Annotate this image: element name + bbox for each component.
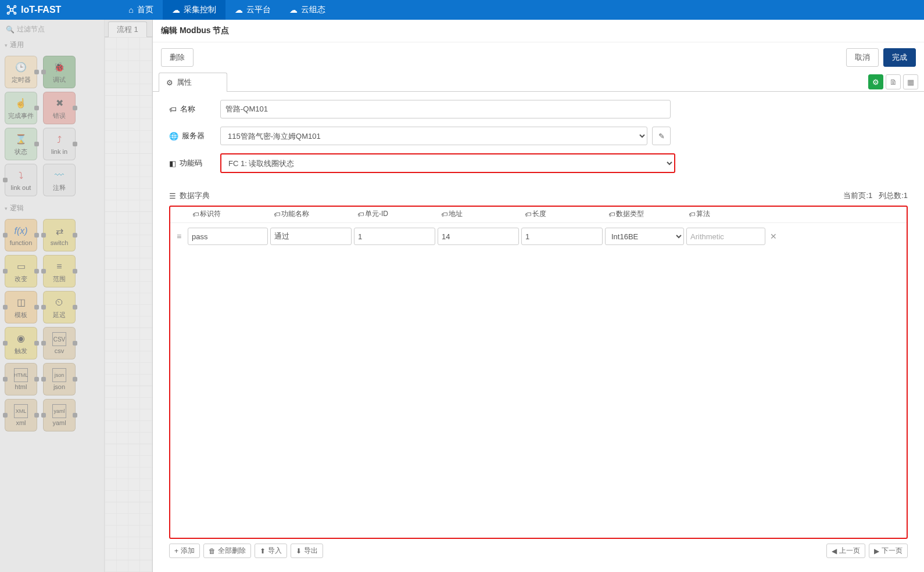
node-range[interactable]: ≡范围 (43, 255, 76, 287)
tab-properties[interactable]: ⚙ 属性 (159, 73, 227, 92)
palette-category-logic[interactable]: 逻辑 (3, 200, 101, 215)
settings-button[interactable]: ⚙ (868, 74, 883, 89)
palette-search[interactable]: 🔍 过滤节点 (3, 22, 101, 37)
node-switch[interactable]: ⇄switch (43, 219, 76, 251)
doc-button[interactable]: 🗎 (886, 74, 901, 89)
funccode-select[interactable]: FC 1: 读取线圈状态 (221, 154, 674, 172)
nav-cloud[interactable]: ☁云平台 (225, 0, 280, 20)
row-dt-select[interactable]: Int16BE (605, 228, 684, 245)
node-label: json (53, 383, 65, 390)
upload-icon: ⬆ (260, 547, 266, 555)
node-error[interactable]: ✖错误 (43, 92, 76, 124)
tag-icon: 🏷 (357, 211, 364, 218)
next-page-button[interactable]: ▶下一页 (869, 544, 908, 558)
label-name: 🏷名称 (169, 104, 220, 114)
trigger-icon: ◉ (14, 332, 28, 346)
layout-icon: ▦ (907, 78, 914, 87)
export-button[interactable]: ⬇导出 (291, 544, 323, 558)
cancel-button[interactable]: 取消 (846, 48, 879, 67)
row-delete-button[interactable]: ✕ (768, 232, 779, 241)
node-debug[interactable]: 🐞调试 (43, 56, 76, 88)
brand-text: IoT-FAST (21, 5, 61, 15)
gear-icon: ⚙ (872, 78, 879, 87)
node-json[interactable]: jsonjson (43, 363, 76, 395)
editor-actions: 删除 取消 完成 (153, 42, 924, 73)
template-icon: ◫ (14, 296, 28, 310)
curpage-value: 1 (868, 191, 872, 200)
chevron-left-icon: ◀ (832, 547, 837, 555)
delete-button[interactable]: 删除 (161, 48, 194, 67)
tab-properties-label: 属性 (177, 77, 192, 88)
row-len-input[interactable] (521, 228, 603, 245)
node-function[interactable]: f(x)function (5, 219, 37, 251)
row-uid-input[interactable] (354, 228, 435, 245)
dict-header: ☰数据字典 当前页:1 列总数:1 (169, 190, 908, 201)
node-html[interactable]: HTMLhtml (5, 363, 37, 395)
colcount-label: 列总数: (879, 191, 904, 200)
plus-icon: + (174, 547, 178, 555)
node-timer[interactable]: 🕒定时器 (5, 56, 37, 88)
next-label: 下一页 (882, 546, 902, 556)
row-addr-input[interactable] (438, 228, 519, 245)
delete-all-button[interactable]: 🗑全部删除 (203, 544, 251, 558)
prev-page-button[interactable]: ◀上一页 (826, 544, 865, 558)
top-bar: IoT-FAST ⌂首页 ☁采集控制 ☁云平台 ☁云组态 (0, 0, 924, 20)
node-label: 注释 (53, 184, 66, 192)
done-button[interactable]: 完成 (883, 48, 916, 67)
palette-search-placeholder: 过滤节点 (17, 24, 45, 34)
node-palette: 🔍 过滤节点 通用 🕒定时器 🐞调试 ☝完成事件 ✖错误 ⌛状态 ⤴link i… (0, 20, 105, 572)
row-fn-input[interactable] (270, 228, 352, 245)
hourglass-icon: ⌛ (14, 132, 28, 146)
import-label: 导入 (268, 546, 282, 556)
gear-icon: ⚙ (166, 78, 173, 87)
col-dt: 数据类型 (616, 209, 644, 219)
label-dict: 数据字典 (180, 190, 210, 201)
node-xml[interactable]: XMLxml (5, 399, 37, 431)
name-input[interactable] (220, 100, 671, 118)
delall-label: 全部删除 (218, 546, 246, 556)
node-comment[interactable]: 〰注释 (43, 164, 76, 196)
node-delay[interactable]: ⏲延迟 (43, 291, 76, 323)
palette-category-common[interactable]: 通用 (3, 37, 101, 52)
xml-icon: XML (14, 404, 28, 418)
label-server: 🌐服务器 (169, 131, 220, 141)
nav-collect[interactable]: ☁采集控制 (163, 0, 225, 20)
list-icon: ☰ (169, 192, 176, 200)
server-select[interactable]: 115管路气密-海立姆QM101 (220, 127, 647, 145)
row-id-input[interactable] (188, 228, 268, 245)
nav-home[interactable]: ⌂首页 (119, 0, 162, 20)
node-status[interactable]: ⌛状态 (5, 128, 37, 160)
node-label: 完成事件 (8, 111, 34, 120)
pencil-icon: ✎ (658, 132, 665, 141)
drag-handle[interactable]: ≡ (173, 232, 185, 241)
range-icon: ≡ (52, 260, 66, 274)
edit-server-button[interactable]: ✎ (652, 127, 671, 145)
nav-cloudcfg[interactable]: ☁云组态 (280, 0, 335, 20)
nav-cloud-label: 云平台 (246, 5, 271, 15)
node-trigger[interactable]: ◉触发 (5, 327, 37, 359)
curpage-label: 当前页: (843, 191, 868, 200)
tag-icon: 🏷 (169, 105, 177, 114)
brand-icon (6, 4, 17, 16)
node-change[interactable]: ▭改变 (5, 255, 37, 287)
layout-button[interactable]: ▦ (903, 74, 918, 89)
node-label: 延迟 (53, 311, 66, 319)
comment-icon: 〰 (52, 168, 66, 182)
link-out-icon: ⤵ (14, 169, 28, 183)
node-label: html (15, 383, 27, 390)
form-footer: +添加 🗑全部删除 ⬆导入 ⬇导出 ◀上一页 ▶下一页 (169, 539, 908, 564)
node-csv[interactable]: CSVcsv (43, 327, 76, 359)
colcount-value: 1 (904, 191, 908, 200)
import-button[interactable]: ⬆导入 (255, 544, 287, 558)
add-row-button[interactable]: +添加 (169, 544, 200, 558)
node-linkout[interactable]: ⤵link out (5, 164, 37, 196)
node-editor-panel: 编辑 Modbus 节点 删除 取消 完成 ⚙ 属性 ⚙ 🗎 ▦ 🏷名称 🌐服务… (152, 20, 924, 572)
row-alg-input[interactable] (686, 228, 765, 245)
node-yaml[interactable]: yamlyaml (43, 399, 76, 431)
node-template[interactable]: ◫模板 (5, 291, 37, 323)
node-complete[interactable]: ☝完成事件 (5, 92, 37, 124)
nav-home-label: 首页 (137, 5, 153, 15)
editor-form: 🏷名称 🌐服务器 115管路气密-海立姆QM101 ✎ ◧功能码 FC 1: 读… (153, 92, 924, 572)
node-linkin[interactable]: ⤴link in (43, 128, 76, 160)
touch-icon: ☝ (14, 96, 28, 110)
